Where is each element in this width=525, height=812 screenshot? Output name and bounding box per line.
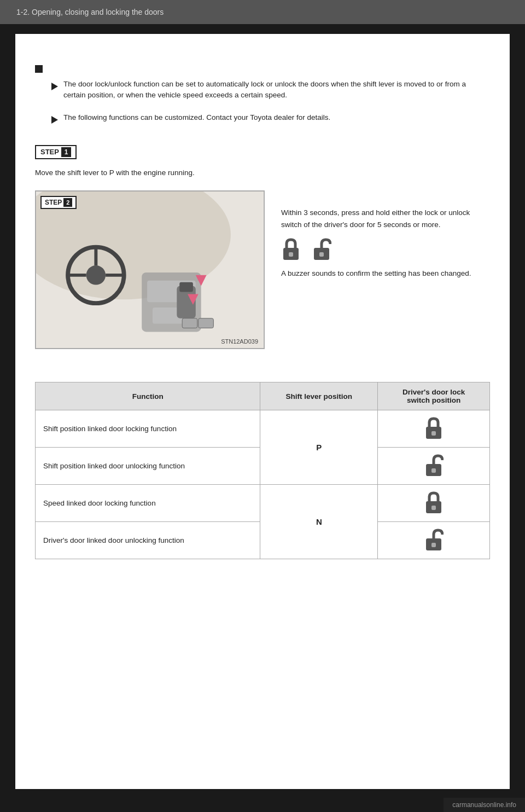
svg-rect-11 — [179, 282, 193, 292]
footer: carmanualsonline.info — [444, 798, 525, 812]
table-cell-shift: P — [260, 410, 378, 485]
svg-point-3 — [86, 265, 106, 285]
table-cell-shift: N — [260, 485, 378, 559]
table-row: Shift position linked door locking funct… — [36, 410, 490, 448]
step2-label: STEP — [45, 199, 62, 206]
step2-desc-text: Within 3 seconds, press and hold either … — [281, 207, 490, 230]
table-cell-function: Shift position linked door unlocking fun… — [36, 448, 260, 485]
table-cell-switch — [378, 485, 490, 522]
triangle-icon-2 — [51, 114, 63, 125]
triangle-bullet-1: The door lock/unlock function can be set… — [51, 79, 490, 101]
bullet-text-2: The following functions can be customize… — [63, 112, 330, 123]
col-header-shift: Shift lever position — [260, 382, 378, 410]
step1-label: STEP — [40, 148, 59, 156]
svg-rect-25 — [431, 506, 436, 510]
triangle-icon-1 — [51, 80, 63, 92]
table-cell-function: Shift position linked door locking funct… — [36, 410, 260, 448]
step2-badge: STEP 2 — [40, 196, 77, 209]
bullet-text-1: The door lock/unlock function can be set… — [63, 79, 490, 101]
lock-icon-locked — [281, 237, 301, 261]
page-content: The door lock/unlock function can be set… — [15, 34, 510, 789]
svg-rect-17 — [289, 252, 293, 257]
table-cell-function: Driver's door linked door unlocking func… — [36, 522, 260, 559]
lock-icon-unlocked — [312, 237, 331, 261]
square-bullet — [35, 61, 490, 74]
header-title: 1-2. Opening, closing and locking the do… — [16, 8, 164, 16]
col-header-switch: Driver's door lockswitch position — [378, 382, 490, 410]
svg-rect-19 — [319, 252, 324, 257]
table-row: Speed linked door locking functionN — [36, 485, 490, 522]
table-cell-switch — [378, 410, 490, 448]
svg-rect-23 — [431, 468, 436, 473]
table-cell-function: Speed linked door locking function — [36, 485, 260, 522]
function-table: Function Shift lever position Driver's d… — [35, 382, 490, 559]
step1-description: Move the shift lever to P with the engin… — [35, 167, 490, 179]
lock-icons-row — [281, 237, 490, 261]
step2-container: STEP 2 — [35, 190, 490, 349]
table-header-row: Function Shift lever position Driver's d… — [36, 382, 490, 410]
table-cell-switch — [378, 448, 490, 485]
svg-rect-21 — [431, 431, 436, 436]
step2-num: 2 — [63, 198, 72, 207]
image-label: STN12AD039 — [221, 338, 258, 345]
step2-description: Within 3 seconds, press and hold either … — [281, 190, 490, 349]
step1-badge: STEP 1 — [35, 145, 77, 159]
col-header-function: Function — [36, 382, 260, 410]
table-cell-switch — [378, 522, 490, 559]
triangle-bullet-2: The following functions can be customize… — [51, 112, 490, 125]
step2-extra-desc: A buzzer sounds to confirm the setting h… — [281, 268, 490, 280]
svg-rect-15 — [199, 318, 214, 328]
footer-url: carmanualsonline.info — [452, 801, 516, 809]
page-header: 1-2. Opening, closing and locking the do… — [0, 0, 525, 24]
svg-rect-27 — [431, 543, 436, 547]
intro-section: The door lock/unlock function can be set… — [35, 61, 490, 125]
step1-num: 1 — [61, 147, 71, 157]
square-icon — [35, 63, 47, 74]
svg-rect-14 — [182, 318, 197, 328]
step2-image: STEP 2 — [35, 190, 265, 349]
